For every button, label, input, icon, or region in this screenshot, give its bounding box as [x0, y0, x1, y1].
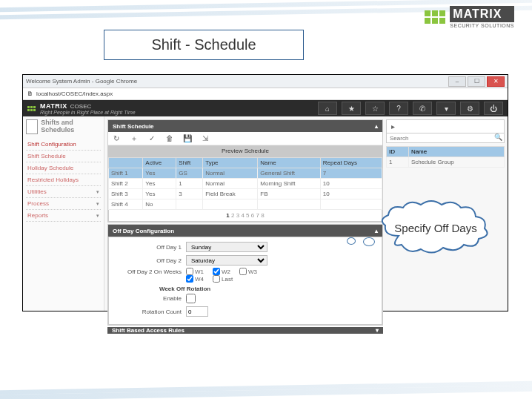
gear-icon[interactable]: ⚙ [460, 102, 479, 115]
delete-icon[interactable]: 🗑 [164, 134, 175, 142]
sidebar-item-process[interactable]: Process▾ [26, 198, 101, 210]
sidebar-item-holiday-schedule[interactable]: Holiday Schedule [26, 162, 101, 174]
module-icon [26, 119, 38, 134]
slide-title: Shift - Schedule [104, 30, 304, 60]
sidebar-item-shift-schedule[interactable]: Shift Schedule [26, 151, 101, 162]
app-brand: MATRIX [40, 102, 67, 110]
sidebar-item-shift-config[interactable]: Shift Configuration [26, 139, 101, 151]
window-max-button[interactable]: ☐ [468, 76, 485, 87]
screenshot-frame: Welcome System Admin - Google Chrome – ☐… [22, 74, 508, 311]
offday-header: Off Day Configuration▴ [108, 225, 382, 237]
callout-text: Specify Off Days [384, 206, 488, 251]
weeks-label: Off Day 2 On Weeks [115, 268, 182, 275]
logo-brand: MATRIX [450, 6, 514, 22]
power-icon[interactable]: ⏻ [484, 102, 503, 115]
page-icon: 🗎 [27, 90, 33, 97]
week-last[interactable]: Last [213, 275, 233, 283]
table-row[interactable]: Shift 2Yes1NormalMorning Shift10 [109, 179, 382, 189]
table-row[interactable]: Shift 4No [109, 200, 382, 210]
table-row[interactable]: Shift 3Yes3Field BreakFB10 [109, 189, 382, 200]
col-shift: Shift [176, 158, 203, 168]
url-text: localhost/COSEC/Index.aspx [36, 90, 113, 97]
access-rules-header[interactable]: Shift Based Access Rules▾ [107, 327, 383, 334]
offday2-label: Off Day 2 [115, 257, 182, 264]
star-icon[interactable]: ★ [342, 102, 361, 115]
week-w4[interactable]: W4 [186, 275, 204, 283]
url-bar[interactable]: 🗎 localhost/COSEC/Index.aspx [23, 88, 508, 100]
search-icon[interactable]: 🔍 [494, 133, 502, 141]
cloud-trail-icon [363, 237, 375, 246]
window-min-button[interactable]: – [448, 76, 466, 87]
add-icon[interactable]: ＋ [129, 133, 139, 144]
shift-schedule-header: Shift Schedule▴ [108, 120, 382, 132]
window-title: Welcome System Admin - Google Chrome [26, 78, 448, 85]
window-titlebar: Welcome System Admin - Google Chrome – ☐… [23, 75, 508, 88]
app-header: MATRIX COSEC Right People in Right Place… [23, 100, 508, 116]
preview-schedule-button[interactable]: Preview Schedule [108, 145, 382, 157]
shift-table: Active Shift Type Name Repeat Days Shift… [108, 157, 382, 210]
rightpanel-toolbar: ▸ [386, 119, 505, 133]
rotation-count-label: Rotation Count [115, 309, 182, 315]
sidebar: Shifts and Schedules Shift Configuration… [23, 116, 104, 311]
week-w2[interactable]: W2 [213, 268, 230, 275]
callout-cloud: Specify Off Days [384, 206, 488, 251]
group-table: ID Name 1 Schedule Group [386, 146, 505, 168]
enable-checkbox[interactable] [186, 294, 196, 303]
rp-arrow-icon[interactable]: ▸ [391, 122, 395, 131]
offday2-select[interactable]: Saturday [186, 255, 267, 266]
help-icon[interactable]: ? [389, 102, 408, 115]
col-active: Active [143, 158, 176, 168]
star-outline-icon[interactable]: ☆ [365, 102, 385, 115]
collapse-icon[interactable]: ▴ [375, 123, 378, 130]
rcol-id: ID [387, 147, 409, 157]
rotation-head: Week Off Rotation [159, 286, 376, 292]
rotation-count-input[interactable] [186, 306, 208, 317]
rcol-name: Name [408, 147, 504, 157]
save-icon[interactable]: 💾 [182, 134, 193, 142]
pagination[interactable]: 1 2 3 4 5 6 7 8 [108, 210, 382, 222]
col-blank [109, 158, 143, 168]
sidebar-head: Shifts and Schedules [41, 119, 101, 134]
sidebar-item-reports[interactable]: Reports▾ [26, 210, 101, 222]
offday1-label: Off Day 1 [115, 244, 182, 251]
check-icon[interactable]: ✓ [147, 134, 157, 142]
logo-tagline: SECURITY SOLUTIONS [450, 23, 514, 28]
offday1-select[interactable]: Sunday [186, 242, 267, 252]
table-row[interactable]: Shift 1YesGSNormalGeneral Shift7 [109, 168, 382, 179]
app-product: COSEC [70, 103, 91, 110]
table-row[interactable]: 1 Schedule Group [387, 157, 505, 168]
window-close-button[interactable]: ✕ [487, 76, 505, 87]
shift-toolbar: ↻ ＋ ✓ 🗑 💾 ⇲ [108, 132, 382, 145]
expand-icon[interactable]: ▾ [376, 327, 379, 334]
more-icon[interactable]: ▾ [436, 102, 456, 115]
brand-logo: MATRIX SECURITY SOLUTIONS [425, 6, 514, 28]
sidebar-item-utilities[interactable]: Utilities▾ [26, 186, 101, 198]
week-w3[interactable]: W3 [239, 268, 257, 275]
enable-label: Enable [115, 295, 182, 302]
sidebar-item-restricted-holidays[interactable]: Restricted Holidays [26, 174, 101, 186]
cloud-trail-icon [347, 237, 356, 245]
col-name: Name [258, 158, 321, 168]
search-input[interactable] [386, 133, 505, 143]
home-icon[interactable]: ⌂ [318, 102, 337, 115]
col-type: Type [203, 158, 258, 168]
week-w1[interactable]: W1 [186, 268, 204, 275]
app-tagline: Right People in Right Place at Right Tim… [40, 110, 136, 115]
export-icon[interactable]: ⇲ [200, 134, 210, 142]
logo-squares-icon [425, 10, 445, 24]
app-logo-icon [27, 106, 36, 111]
refresh-icon[interactable]: ↻ [111, 134, 122, 142]
col-repeat: Repeat Days [320, 158, 382, 168]
phone-icon[interactable]: ✆ [413, 102, 432, 115]
